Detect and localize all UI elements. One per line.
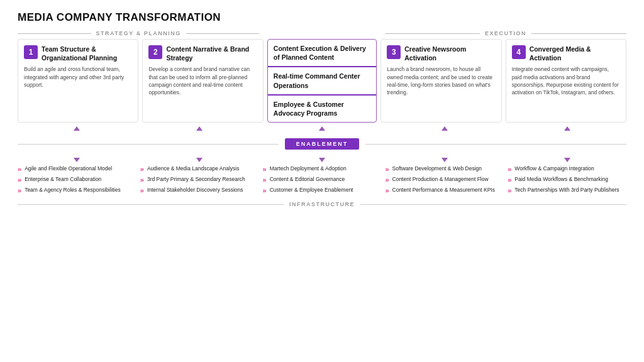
execution-label: EXECUTION bbox=[480, 30, 531, 36]
chevron-icon: » bbox=[263, 187, 267, 194]
list-item: » Content Performance & Measurement KPIs bbox=[385, 187, 504, 194]
card-1-num: 1 bbox=[24, 45, 38, 59]
chevron-icon: » bbox=[508, 176, 511, 184]
chevron-icon: » bbox=[263, 165, 267, 173]
card-2: 2 Content Narrative & Brand Strategy Dev… bbox=[142, 39, 263, 123]
card-1-body: Build an agile and cross functional team… bbox=[24, 65, 132, 89]
sub-card-1-title: Content Execution & Delivery of Planned … bbox=[274, 44, 370, 62]
sub-card-3-title: Employee & Customer Advocacy Programs bbox=[274, 100, 370, 118]
arrow-up-4 bbox=[441, 126, 448, 131]
card-4-title: Creative Newsroom Activation bbox=[404, 45, 495, 62]
sub-card-2: Real-time Command Center Operations bbox=[268, 67, 376, 95]
bottom-item-text: Agile and Flexible Operational Model bbox=[25, 165, 112, 173]
bottom-item-text: Internal Stakeholder Discovery Sessions bbox=[147, 187, 243, 194]
page-title: MEDIA COMPANY TRANSFORMATION bbox=[18, 11, 626, 24]
chevron-icon: » bbox=[385, 165, 389, 173]
sub-card-1: Content Execution & Delivery of Planned … bbox=[268, 40, 376, 67]
bottom-item-text: Audience & Media Landscape Analysis bbox=[147, 165, 239, 173]
arrow-down-4 bbox=[441, 158, 448, 162]
chevron-icon: » bbox=[263, 176, 267, 184]
arrow-area-down bbox=[18, 154, 626, 165]
bottom-item-text: Martech Deployment & Adoption bbox=[270, 165, 347, 173]
chevron-icon: » bbox=[140, 176, 144, 184]
bottom-item-text: Paid Media Workflows & Benchmarking bbox=[514, 176, 608, 184]
bottom-item-text: Workflow & Campaign Integration bbox=[514, 165, 594, 173]
card-4-num: 3 bbox=[387, 45, 401, 59]
enablement-line-left bbox=[18, 144, 279, 145]
arrow-down-3 bbox=[319, 158, 325, 162]
bottom-item-text: Enterprise & Team Collaboration bbox=[25, 176, 101, 184]
card-mid: Content Execution & Delivery of Planned … bbox=[267, 39, 377, 123]
enablement-line-right bbox=[365, 144, 626, 145]
infra-label: INFRASTRUCTURE bbox=[18, 201, 626, 207]
list-item: » Software Development & Web Design bbox=[385, 165, 504, 173]
card-2-title: Content Narrative & Brand Strategy bbox=[166, 45, 257, 62]
card-4-body: Launch a brand newsroom, to house all ow… bbox=[387, 65, 495, 96]
arrow-down-2 bbox=[196, 158, 203, 162]
chevron-icon: » bbox=[140, 187, 144, 194]
bottom-item-text: Content Production & Management Flow bbox=[392, 176, 489, 184]
card-4: 3 Creative Newsroom Activation Launch a … bbox=[380, 39, 501, 123]
cards-row: 1 Team Structure & Organizational Planni… bbox=[18, 39, 626, 123]
arrow-up-3 bbox=[319, 126, 325, 131]
bottom-item-text: Team & Agency Roles & Responsibilities bbox=[25, 187, 121, 194]
card-2-body: Develop a content and brand narrative ca… bbox=[148, 65, 257, 96]
chevron-icon: » bbox=[18, 176, 21, 184]
list-item: » Tech Partnerships With 3rd Party Publi… bbox=[508, 187, 626, 194]
card-5-title: Converged Media & Activation bbox=[530, 45, 620, 62]
bottom-item-text: 3rd Party Primary & Secondary Research bbox=[147, 176, 245, 184]
chevron-icon: » bbox=[18, 165, 21, 173]
list-item: » Martech Deployment & Adoption bbox=[263, 165, 382, 173]
card-2-num: 2 bbox=[148, 45, 162, 59]
bottom-col-4: » Software Development & Web Design » Co… bbox=[385, 165, 504, 197]
card-5: 4 Converged Media & Activation Integrate… bbox=[506, 39, 626, 123]
bottom-col-1: » Agile and Flexible Operational Model »… bbox=[18, 165, 136, 197]
list-item: » Internal Stakeholder Discovery Session… bbox=[140, 187, 259, 194]
infra-label-text: INFRASTRUCTURE bbox=[284, 201, 360, 207]
arrow-area bbox=[18, 123, 626, 134]
bottom-col-5: » Workflow & Campaign Integration » Paid… bbox=[508, 165, 626, 197]
arrow-down-1 bbox=[74, 158, 80, 162]
bottom-col-2: » Audience & Media Landscape Analysis » … bbox=[140, 165, 259, 197]
card-5-num: 4 bbox=[512, 45, 526, 59]
bottom-row: » Agile and Flexible Operational Model »… bbox=[18, 165, 626, 197]
chevron-icon: » bbox=[140, 165, 144, 173]
bottom-col-3: » Martech Deployment & Adoption » Conten… bbox=[263, 165, 382, 197]
bottom-item-text: Content Performance & Measurement KPIs bbox=[392, 187, 495, 194]
chevron-icon: » bbox=[385, 176, 389, 184]
strategy-label: STRATEGY & PLANNING bbox=[91, 30, 186, 36]
arrow-up-1 bbox=[74, 126, 80, 131]
chevron-icon: » bbox=[18, 187, 21, 194]
sub-card-3: Employee & Customer Advocacy Programs bbox=[268, 96, 376, 122]
list-item: » Content Production & Management Flow bbox=[385, 176, 504, 184]
list-item: » Paid Media Workflows & Benchmarking bbox=[508, 176, 626, 184]
arrow-up-5 bbox=[564, 126, 570, 131]
bottom-item-text: Content & Editorial Governance bbox=[270, 176, 345, 184]
chevron-icon: » bbox=[508, 187, 511, 194]
card-5-body: Integrate owned content with campaigns, … bbox=[512, 65, 620, 96]
list-item: » Agile and Flexible Operational Model bbox=[18, 165, 136, 173]
arrow-up-2 bbox=[196, 126, 203, 131]
arrow-down-5 bbox=[564, 158, 570, 162]
list-item: » Content & Editorial Governance bbox=[263, 176, 382, 184]
chevron-icon: » bbox=[508, 165, 511, 173]
card-1: 1 Team Structure & Organizational Planni… bbox=[18, 39, 138, 123]
bottom-item-text: Customer & Employee Enablement bbox=[270, 187, 353, 194]
bottom-item-text: Tech Partnerships With 3rd Party Publish… bbox=[514, 187, 619, 194]
chevron-icon: » bbox=[385, 187, 389, 194]
enablement-row: ENABLEMENT bbox=[18, 138, 626, 150]
list-item: » 3rd Party Primary & Secondary Research bbox=[140, 176, 259, 184]
enablement-badge: ENABLEMENT bbox=[285, 138, 360, 150]
card-1-title: Team Structure & Organizational Planning bbox=[42, 45, 132, 62]
list-item: » Enterprise & Team Collaboration bbox=[18, 176, 136, 184]
bottom-item-text: Software Development & Web Design bbox=[392, 165, 482, 173]
list-item: » Team & Agency Roles & Responsibilities bbox=[18, 187, 136, 194]
sub-card-2-title: Real-time Command Center Operations bbox=[274, 72, 370, 89]
list-item: » Audience & Media Landscape Analysis bbox=[140, 165, 259, 173]
list-item: » Workflow & Campaign Integration bbox=[508, 165, 626, 173]
list-item: » Customer & Employee Enablement bbox=[263, 187, 382, 194]
